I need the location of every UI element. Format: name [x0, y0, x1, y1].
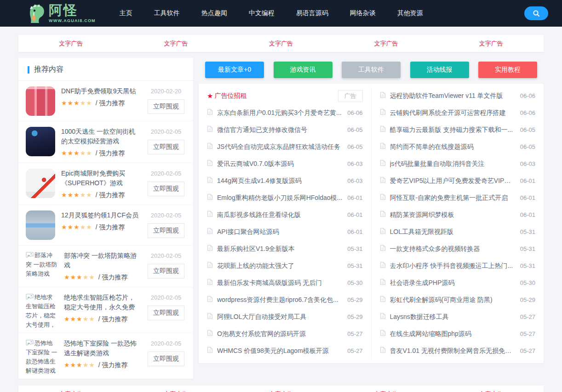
card-meta: 2020-02-05立即围观 — [146, 339, 186, 374]
article-list-box: ★广告位招租广告京东白条新用户0.01元购买3个月爱奇艺黄...06-06微信官… — [199, 84, 544, 363]
text-ad-link[interactable]: 文字广告 — [439, 390, 544, 392]
view-now-button[interactable]: 立即围观 — [148, 182, 184, 196]
article-link[interactable]: WHMCS 价值98美元的Lagom模板开源 — [217, 347, 343, 355]
article-link[interactable]: 京东白条新用户0.01元购买3个月爱奇艺黄... — [217, 109, 343, 117]
article-row: Emlog重构精仿老版小刀娱乐网HFoldao模...06-01 — [207, 189, 363, 206]
view-now-button[interactable]: 立即围观 — [148, 223, 184, 238]
document-icon — [380, 91, 386, 98]
nav-item[interactable]: 热点趣闻 — [201, 9, 227, 17]
article-row: 音友V1.01 无视付费限制全网音乐无损免费...05-27 — [380, 342, 536, 359]
view-now-button[interactable]: 立即围观 — [148, 140, 184, 154]
article-row: 酷享磁力云最新版 支持磁力搜索下载和一...06-05 — [380, 121, 536, 138]
rating-label: / 强力推荐 — [96, 149, 125, 157]
article-link[interactable]: js代码批量批量自动取消抖音关注 — [390, 160, 516, 168]
article-link[interactable]: wordpress资源付费主题ripro6.7含美化包... — [217, 296, 343, 304]
text-ad-link[interactable]: 文字广告 — [333, 390, 438, 392]
article-link[interactable]: 阿怪互联-自家的免费主机第一批正式开启 — [390, 194, 516, 202]
article-link[interactable]: 远程协助软件TeamViewer v11 单文件版 — [390, 92, 516, 100]
article-link[interactable]: 一款支持格式众多的视频转换器 — [390, 245, 516, 253]
article-link[interactable]: 南瓜影视多线路任意看绿化版 — [217, 211, 343, 219]
text-ad-link[interactable]: 文字广告 — [229, 390, 333, 392]
card-thumbnail-broken[interactable]: 部落冲突 一款塔防策略游戏 — [26, 251, 58, 282]
nav-item[interactable]: 主页 — [120, 9, 132, 17]
category-button[interactable]: 实用教程 — [478, 62, 537, 78]
article-link[interactable]: Laysns数据迁移工具 — [390, 313, 516, 321]
article-link[interactable]: 爱奇艺VIP5以上用户可免费发爱奇艺VIP红包 — [390, 177, 516, 185]
card-thumbnail[interactable] — [26, 210, 55, 240]
star-filled-icons: ★★★ — [64, 361, 83, 369]
text-ad-link[interactable]: 文字广告 — [123, 40, 228, 48]
view-now-button[interactable]: 立即围观 — [148, 306, 184, 320]
card-title[interactable]: 绝地求生智能压枪芯片，稳定大号使用，永久免费 — [64, 293, 140, 312]
article-link[interactable]: O泡易支付系统官网的源码开源 — [217, 330, 343, 338]
sidebar-header: 推荐内容 — [18, 58, 193, 81]
article-date: 05-27 — [520, 347, 535, 354]
nav-item[interactable]: 其他资源 — [397, 9, 423, 17]
article-link[interactable]: 云铺购代刷网系统全开源可运营程序搭建 — [390, 109, 516, 117]
card-thumbnail[interactable] — [26, 86, 55, 116]
text-ad-link[interactable]: 文字广告 — [439, 40, 544, 48]
article-link[interactable]: 花呗新上线的功能太强大了 — [217, 262, 343, 270]
star-icon: ★ — [207, 92, 213, 99]
nav-item[interactable]: 中文编程 — [249, 9, 275, 17]
article-link[interactable]: 精防某资源网织梦模板 — [390, 211, 516, 219]
article-link[interactable]: 社会语录生成PHP源码 — [390, 279, 516, 287]
article-link[interactable]: 简约而不简单的在线搜题源码 — [390, 143, 516, 151]
card-title[interactable]: Epic商城限时免费购买《SUPERHOT》游戏 — [61, 169, 140, 188]
ad-slot-link[interactable]: ★广告位招租 — [207, 92, 334, 100]
article-link[interactable]: LOL工具箱无限视距版 — [390, 228, 516, 236]
view-now-button[interactable]: 立即围观 — [148, 352, 184, 366]
category-button[interactable]: 最新文章+0 — [205, 62, 264, 78]
text-ad-link[interactable]: 文字广告 — [18, 390, 123, 392]
category-button[interactable]: 活动线报 — [410, 62, 469, 78]
article-date: 05-27 — [520, 330, 535, 337]
text-ad-link[interactable]: 文字广告 — [333, 40, 438, 48]
article-link[interactable]: 爱讯云商城V0.7.0版本源码 — [217, 160, 343, 168]
article-link[interactable]: API接口聚合网站源码 — [217, 228, 343, 236]
nav-item[interactable]: 工具软件 — [154, 9, 180, 17]
card-title[interactable]: 部落冲突 一款塔防策略游戏 — [64, 251, 140, 270]
article-link[interactable]: 音友V1.01 无视付费限制全网音乐无损免费... — [390, 347, 516, 355]
card-thumbnail-broken[interactable]: 绝地求生智能压枪芯片，稳定大号使用，永久免费 — [26, 293, 58, 328]
text-ad-link[interactable]: 文字广告 — [18, 40, 123, 48]
article-row: 在线生成网站缩略图php源码05-27 — [380, 325, 536, 342]
recommend-card: 1000天逃生 一款空间街机的太空模拟经营游戏★★★★★/ 强力推荐2020-0… — [18, 121, 193, 163]
top-text-ads: 文字广告文字广告文字广告文字广告文字广告 — [18, 35, 544, 52]
nav-item[interactable]: 易语言源码 — [296, 9, 328, 17]
article-link[interactable]: 阿狸LOL大厅自动接受对局工具 — [217, 313, 343, 321]
article-link[interactable]: 酷享磁力云最新版 支持磁力搜索下载和一... — [390, 126, 516, 134]
recommend-card: 恐怖地下室探险 一款恐怖逃生解谜类游戏恐怖地下室探险 一款恐怖逃生解谜类游戏★★… — [18, 333, 193, 379]
article-link[interactable]: JS代码全自动完成京东品牌狂欢城活动任务 — [217, 143, 343, 151]
article-row: O泡易支付系统官网的源码开源05-27 — [207, 325, 363, 342]
text-ad-link[interactable]: 文字广告 — [229, 40, 333, 48]
article-link[interactable]: 微信官方通知已支持修改微信号 — [217, 126, 343, 134]
card-title[interactable]: DNF助手免费领取9天黑钻 — [61, 86, 140, 96]
article-date: 06-06 — [347, 109, 362, 116]
document-icon — [207, 159, 213, 166]
site-logo[interactable]: 阿怪 WWW.AGUAI8.COM — [27, 2, 96, 24]
nav-item[interactable]: 网络杂谈 — [350, 9, 376, 17]
search-button[interactable] — [524, 6, 548, 20]
view-now-button[interactable]: 立即围观 — [148, 264, 184, 278]
card-title[interactable]: 恐怖地下室探险 一款恐怖逃生解谜类游戏 — [64, 339, 140, 358]
document-icon — [207, 142, 213, 149]
card-title[interactable]: 12月灵狐签约领1月CF会员 — [61, 210, 140, 220]
article-link[interactable]: 最新乐购社区V1.9全新版本 — [217, 245, 343, 253]
article-link[interactable]: 彩虹代刷全解源码(可商业用途 防黑) — [390, 296, 516, 304]
card-thumbnail[interactable] — [26, 169, 55, 198]
article-link[interactable]: Emlog重构精仿老版小刀娱乐网HFoldao模... — [217, 194, 343, 202]
article-row: Laysns数据迁移工具05-27 — [380, 308, 536, 325]
article-link[interactable]: 在线生成网站缩略图php源码 — [390, 330, 516, 338]
card-title[interactable]: 1000天逃生 一款空间街机的太空模拟经营游戏 — [61, 127, 140, 146]
article-link[interactable]: 去水印小程序 快手抖音视频搬运工上热门... — [390, 262, 516, 270]
category-button[interactable]: 工具软件 — [342, 62, 401, 78]
ad-slot-title: 广告位招租 — [214, 92, 247, 100]
card-thumbnail-broken[interactable]: 恐怖地下室探险 一款恐怖逃生解谜类游戏 — [26, 339, 58, 374]
article-link[interactable]: 144g网页生成v1.4修复版源码 — [217, 177, 343, 185]
text-ad-link[interactable]: 文字广告 — [123, 390, 228, 392]
card-thumbnail[interactable] — [26, 127, 55, 156]
view-now-button[interactable]: 立即围观 — [148, 99, 184, 114]
article-link[interactable]: 最新伯乐发卡商城高级版源码 无后门 — [217, 279, 343, 287]
category-button[interactable]: 游戏资讯 — [274, 62, 333, 78]
document-icon — [380, 176, 386, 183]
